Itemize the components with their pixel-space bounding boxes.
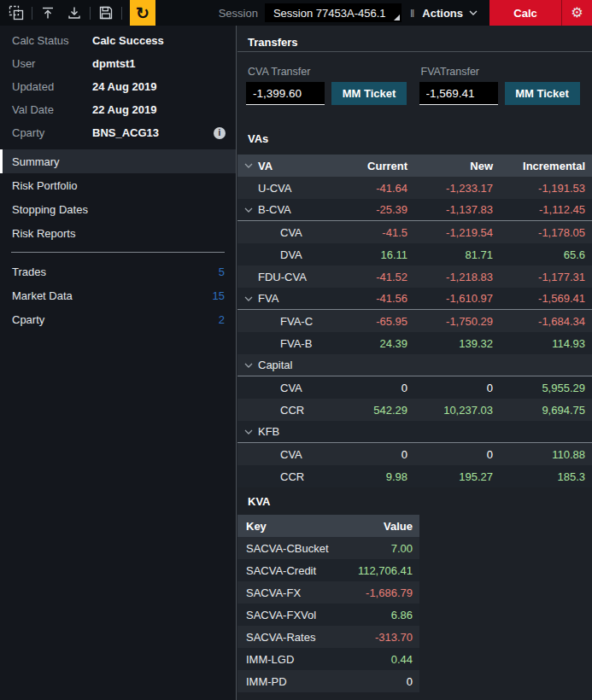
sidebar-item-risk-portfolio[interactable]: Risk Portfolio — [0, 173, 236, 197]
calc-button[interactable]: Calc — [489, 0, 561, 26]
session-dropdown-value: Session 77453A-456.1 — [273, 7, 386, 20]
info-row-val-date: Val Date 22 Aug 2019 — [0, 98, 236, 121]
va-row-u-cva[interactable]: U-CVA -41.64 -1,233.17 -1,191.53 — [237, 177, 592, 199]
kva-section-title: KVA — [237, 495, 592, 510]
save-icon[interactable] — [95, 0, 117, 26]
download-icon[interactable] — [63, 0, 85, 26]
kva-row-sacva-cbucket[interactable]: SACVA-CBucket 7.00 — [237, 537, 419, 559]
transfers-section-title: Transfers — [237, 26, 592, 51]
transfers-controls: CVA Transfer MM Ticket FVATransfer MM Ti… — [237, 52, 592, 105]
va-table: VA Current New Incremental U-CVA -41.64 … — [237, 155, 592, 487]
info-row-user: User dpmtst1 — [0, 52, 236, 75]
chevron-down-icon — [469, 10, 478, 15]
cparty-value: BNS_ACG13 — [92, 126, 214, 139]
session-dropdown[interactable]: Session 77453A-456.1 — [265, 3, 402, 22]
va-row-label: DVA — [280, 248, 302, 261]
key-column-header: Key — [237, 520, 330, 533]
va-row-kfb[interactable]: KFB — [237, 421, 592, 443]
top-toolbar: ↻ Session Session 77453A-456.1 ‖ Actions… — [0, 0, 592, 26]
sidebar-item-cparty[interactable]: Cparty 2 — [0, 307, 236, 331]
va-row-capital-ccr[interactable]: CCR 542.29 10,237.03 9,694.75 — [237, 399, 592, 421]
kva-row-sacva-rates[interactable]: SACVA-Rates -313.70 — [237, 626, 419, 648]
chevron-down-icon[interactable] — [244, 163, 253, 168]
va-row-fva-b[interactable]: FVA-B 24.39 139.32 114.93 — [237, 332, 592, 354]
main-panel: Transfers CVA Transfer MM Ticket FVATran… — [237, 26, 592, 700]
calc-status-value: Calc Success — [92, 34, 226, 47]
kva-row-sacva-credit[interactable]: SACVA-Credit 112,706.41 — [237, 559, 419, 581]
fva-transfer-label: FVATransfer — [419, 66, 592, 78]
va-row-cva[interactable]: CVA -41.5 -1,219.54 -1,178.05 — [237, 221, 592, 243]
va-row-fva-c[interactable]: FVA-C -65.95 -1,750.29 -1,684.34 — [237, 310, 592, 332]
va-row-label: CCR — [280, 470, 304, 483]
va-row-b-cva[interactable]: B-CVA -25.39 -1,137.83 -1,112.45 — [237, 199, 592, 221]
fva-mm-ticket-button[interactable]: MM Ticket — [505, 82, 580, 105]
chevron-down-icon[interactable] — [244, 207, 253, 213]
chevron-down-icon[interactable] — [244, 296, 253, 301]
va-row-fdu-cva[interactable]: FDU-CVA -41.52 -1,218.83 -1,177.31 — [237, 265, 592, 288]
chevron-down-icon[interactable] — [244, 363, 253, 368]
sidebar-item-summary[interactable]: Summary — [0, 149, 236, 173]
upload-icon[interactable] — [37, 0, 59, 26]
actions-menu-button[interactable]: Actions — [422, 7, 478, 20]
gear-icon[interactable]: ⚙ — [561, 0, 592, 26]
calc-status-label: Calc Status — [12, 34, 92, 47]
info-row-calc-status: Calc Status Calc Success — [0, 29, 236, 52]
cva-mm-ticket-button[interactable]: MM Ticket — [331, 82, 407, 105]
duplicate-icon[interactable] — [5, 0, 27, 26]
va-row-label: B-CVA — [258, 203, 291, 216]
info-row-updated: Updated 24 Aug 2019 — [0, 75, 236, 98]
info-icon[interactable]: i — [214, 127, 226, 139]
kva-table-header: Key Value — [237, 515, 419, 537]
info-row-cparty: Cparty BNS_ACG13 i — [0, 121, 236, 144]
val-date-value: 22 Aug 2019 — [92, 103, 226, 116]
kva-row-sacva-fxvol[interactable]: SACVA-FXVol 6.86 — [237, 604, 419, 626]
fva-transfer-input[interactable] — [419, 82, 498, 105]
va-column-header: VA — [258, 160, 273, 172]
kva-row-imm-pd[interactable]: IMM-PD 0 — [237, 670, 419, 692]
sidebar-item-trades[interactable]: Trades 5 — [0, 260, 236, 283]
kva-row-imm-lgd[interactable]: IMM-LGD 0.44 — [237, 648, 419, 670]
sidebar-item-stopping-dates[interactable]: Stopping Dates — [0, 197, 236, 221]
va-row-label: CVA — [280, 382, 302, 394]
chevron-down-icon[interactable] — [244, 429, 253, 435]
cva-transfer-group: CVA Transfer MM Ticket — [246, 66, 419, 105]
cparty-count-badge: 2 — [219, 313, 225, 326]
toolbar-divider — [90, 7, 91, 20]
toolbar-divider — [32, 7, 32, 20]
va-row-fva[interactable]: FVA -41.56 -1,610.97 -1,569.41 — [237, 288, 592, 310]
sidebar-count-list: Trades 5 Market Data 15 Cparty 2 — [0, 260, 236, 331]
sidebar-divider — [11, 252, 225, 253]
incremental-column-header: Incremental — [500, 160, 592, 172]
va-row-kfb-ccr[interactable]: CCR 9.98 195.27 185.3 — [237, 465, 592, 487]
fva-transfer-group: FVATransfer MM Ticket — [419, 66, 592, 105]
refresh-icon[interactable]: ↻ — [130, 0, 155, 26]
va-row-kfb-cva[interactable]: CVA 0 0 110.88 — [237, 443, 592, 465]
va-row-capital[interactable]: Capital — [237, 354, 592, 376]
va-row-label: FDU-CVA — [258, 271, 307, 283]
market-data-label: Market Data — [12, 289, 213, 302]
va-row-label: Capital — [258, 359, 292, 371]
market-data-count-badge: 15 — [213, 289, 225, 302]
current-column-header: Current — [327, 160, 414, 172]
trades-label: Trades — [12, 265, 219, 278]
va-row-label: FVA-C — [280, 315, 313, 328]
new-column-header: New — [414, 160, 500, 172]
va-row-capital-cva[interactable]: CVA 0 0 5,955.29 — [237, 376, 592, 399]
toolbar-divider — [121, 7, 122, 20]
va-table-header: VA Current New Incremental — [237, 155, 592, 177]
kva-table: Key Value SACVA-CBucket 7.00 SACVA-Credi… — [237, 515, 419, 692]
cva-transfer-input[interactable] — [246, 82, 325, 105]
kva-row-sacva-fx[interactable]: SACVA-FX -1,686.79 — [237, 581, 419, 604]
cva-transfer-label: CVA Transfer — [246, 66, 419, 78]
va-row-label: CCR — [280, 404, 304, 417]
dropdown-caret-icon — [394, 15, 400, 20]
sidebar-item-risk-reports[interactable]: Risk Reports — [0, 221, 236, 245]
trades-count-badge: 5 — [219, 265, 225, 278]
va-row-label: FVA-B — [280, 337, 312, 350]
toolbar-icon-group: ↻ — [0, 0, 155, 26]
va-row-dva[interactable]: DVA 16.11 81.71 65.6 — [237, 243, 592, 265]
vas-section-title: VAs — [237, 132, 592, 148]
session-label: Session — [219, 7, 258, 20]
sidebar-nav: Summary Risk Portfolio Stopping Dates Ri… — [0, 149, 236, 245]
sidebar-item-market-data[interactable]: Market Data 15 — [0, 283, 236, 307]
